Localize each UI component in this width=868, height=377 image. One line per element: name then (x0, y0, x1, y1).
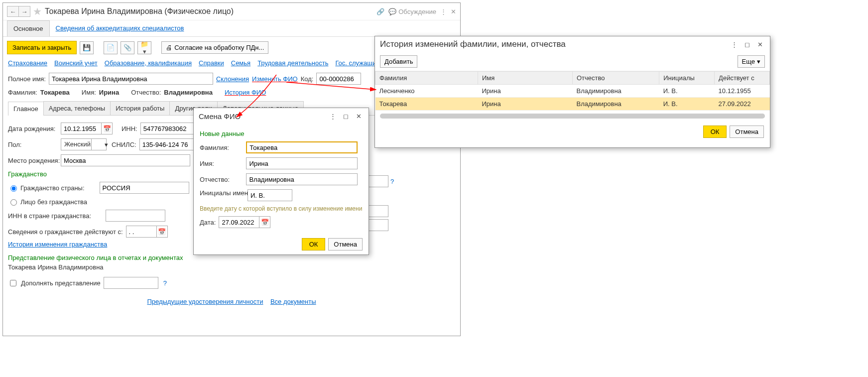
table-row[interactable]: Токарева Ирина Владимировна И. В. 27.09.… (375, 98, 770, 111)
dob-field[interactable]: 📅 (61, 123, 113, 134)
favorite-star-icon[interactable]: ★ (33, 5, 42, 17)
no-citizen-radio[interactable]: Лицо без гражданства (8, 198, 87, 206)
folder-button[interactable]: 📁▾ (137, 41, 151, 54)
nav-forward-button[interactable]: → (18, 6, 30, 17)
extra-field-1[interactable] (366, 175, 388, 187)
supplement-input[interactable] (104, 277, 158, 289)
fullname-input[interactable] (49, 73, 213, 85)
history-more-button[interactable]: Еще ▾ (738, 55, 765, 68)
inn-foreign-input[interactable] (106, 210, 165, 222)
kebab-menu-icon[interactable]: ⋮ (328, 111, 338, 121)
citizen-from-label: Сведения о гражданстве действуют с: (8, 228, 123, 236)
code-input[interactable] (316, 73, 361, 85)
supplement-help-icon[interactable]: ? (161, 279, 169, 287)
inn-input[interactable] (140, 123, 200, 134)
change-fio-dialog: Смена ФИО ⋮ ◻ ✕ Новые данные Фамилия: Им… (193, 108, 369, 255)
change-fio-title: Смена ФИО (199, 112, 328, 121)
repr-value: Токарева Ирина Владимировна (8, 263, 455, 271)
top-tabs: Основное Сведения об аккредитациях специ… (3, 20, 460, 37)
birthplace-input[interactable] (61, 154, 190, 166)
maximize-icon[interactable]: ◻ (341, 111, 351, 121)
subtab-main[interactable]: Главное (8, 102, 44, 116)
otch-label: Отчество: (131, 89, 161, 96)
window-title: Токарева Ирина Владимировна (Физическое … (45, 7, 376, 16)
col-init[interactable]: Инициалы (659, 72, 715, 85)
country-input[interactable] (100, 182, 189, 194)
calendar-icon[interactable]: 📅 (259, 217, 270, 228)
history-add-button[interactable]: Добавить (380, 55, 417, 68)
link-gos[interactable]: Гос. служащий (335, 59, 379, 67)
inn-foreign-label: ИНН в стране гражданства: (8, 212, 103, 220)
link-education[interactable]: Образование, квалификация (105, 59, 192, 67)
history-cancel-button[interactable]: Отмена (730, 126, 764, 138)
link-family[interactable]: Семья (231, 59, 250, 67)
nav-back-button[interactable]: ← (7, 6, 19, 17)
code-label: Код: (301, 75, 314, 83)
close-icon[interactable]: ✕ (755, 39, 765, 49)
subtab-history[interactable]: История работы (110, 101, 170, 115)
extra-field-2[interactable] (366, 205, 388, 217)
snils-input[interactable] (139, 138, 199, 150)
fullname-label: Полное имя: (8, 75, 46, 83)
close-icon[interactable]: ✕ (451, 8, 456, 15)
table-row[interactable]: Лесниченко Ирина Владимировна И. В. 10.1… (375, 85, 770, 98)
imya-value: Ирина (99, 89, 119, 96)
attachment-button[interactable]: 📎 (121, 41, 134, 54)
supplement-checkbox[interactable]: Дополнять представление (8, 278, 101, 288)
save-button[interactable]: 💾 (80, 41, 94, 54)
dob-label: Дата рождения: (8, 125, 58, 132)
cf-cancel-button[interactable]: Отмена (328, 238, 363, 251)
otch-value: Владимировна (164, 89, 213, 96)
link-spravki[interactable]: Справки (199, 59, 224, 67)
link-change-fio[interactable]: Изменить ФИО (252, 75, 298, 83)
inn-label: ИНН: (122, 125, 137, 132)
col-imya[interactable]: Имя (478, 72, 572, 85)
link-sklon[interactable]: Склонения (216, 75, 249, 83)
discuss-link[interactable]: 💬Обсуждение (388, 8, 436, 15)
close-icon[interactable]: ✕ (354, 111, 364, 121)
prev-docs-link[interactable]: Предыдущие удостоверения личности (147, 298, 263, 305)
consent-button[interactable]: 🖨Согласие на обработку ПДн... (161, 41, 268, 54)
history-table: Фамилия Имя Отчество Инициалы Действует … (375, 71, 770, 111)
window-header: ← → ★ Токарева Ирина Владимировна (Физич… (3, 3, 460, 20)
cf-fam-label: Фамилия: (200, 144, 243, 151)
imya-label: Имя: (82, 89, 96, 96)
subtab-addresses[interactable]: Адреса, телефоны (43, 101, 111, 115)
cf-ok-button[interactable]: ОК (302, 238, 326, 251)
cf-fam-input[interactable] (246, 141, 358, 153)
calendar-icon[interactable]: 📅 (156, 226, 167, 237)
tab-accred[interactable]: Сведения об аккредитациях специалистов (50, 20, 190, 36)
cf-init-input[interactable] (248, 189, 292, 201)
citizen-country-radio[interactable]: Гражданство страны: (8, 184, 85, 192)
cf-date-field[interactable]: 📅 (219, 216, 270, 228)
birthplace-label: Место рождения: (8, 157, 58, 164)
citizen-from-input[interactable] (126, 227, 156, 237)
pol-select[interactable]: Женский▾ (61, 138, 107, 150)
history-ok-button[interactable]: ОК (703, 126, 727, 138)
col-fam[interactable]: Фамилия (375, 72, 478, 85)
link-insurance[interactable]: Страхование (8, 59, 47, 67)
col-from[interactable]: Действует с (715, 72, 770, 85)
cf-otch-input[interactable] (246, 173, 358, 185)
save-close-button[interactable]: Записать и закрыть (7, 41, 77, 54)
dob-input[interactable] (61, 124, 101, 134)
kebab-menu-icon[interactable]: ⋮ (440, 8, 447, 15)
link-military[interactable]: Воинский учет (54, 59, 98, 67)
col-otch[interactable]: Отчество (572, 72, 659, 85)
cf-date-input[interactable] (219, 217, 259, 228)
citizen-history-link[interactable]: История изменения гражданства (8, 241, 107, 248)
kebab-menu-icon[interactable]: ⋮ (729, 39, 739, 49)
calendar-icon[interactable]: 📅 (101, 123, 112, 134)
citizen-from-field[interactable]: 📅 (126, 226, 168, 238)
link-history-fio[interactable]: История ФИО (225, 89, 266, 96)
cf-imya-input[interactable] (246, 157, 358, 169)
help-icon[interactable]: ? (388, 178, 396, 185)
link-icon[interactable]: 🔗 (376, 8, 384, 15)
extra-field-3[interactable] (366, 219, 388, 231)
maximize-icon[interactable]: ◻ (742, 39, 752, 49)
horizontal-scrollbar[interactable] (380, 114, 765, 119)
tab-main[interactable]: Основное (7, 20, 50, 36)
all-docs-link[interactable]: Все документы (270, 298, 316, 305)
document-button[interactable]: 📄 (104, 41, 118, 54)
link-labor[interactable]: Трудовая деятельность (257, 59, 328, 67)
